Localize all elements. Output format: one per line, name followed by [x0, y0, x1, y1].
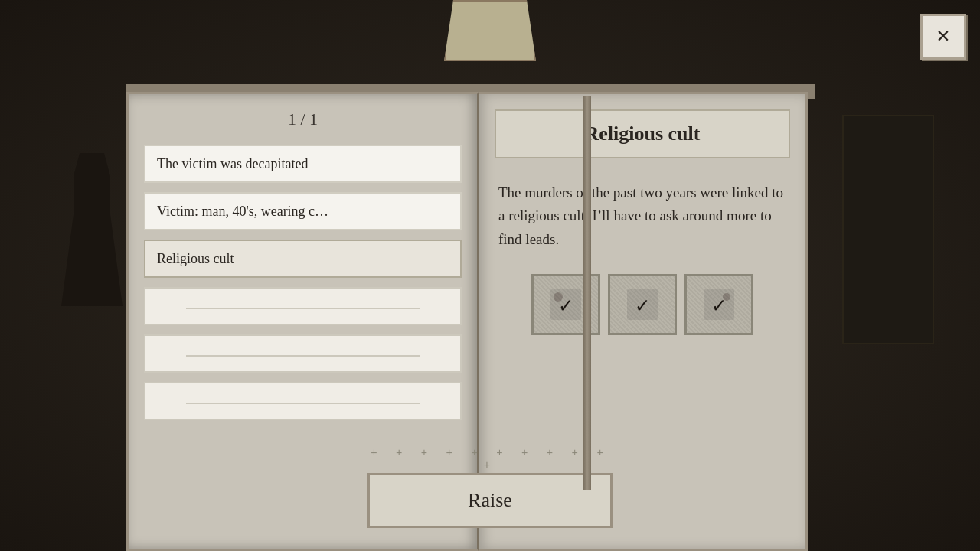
raise-section: + + + + + + + + + + + Raise — [368, 447, 612, 528]
page-number: 1 / 1 — [144, 109, 462, 129]
background-cabinet — [842, 115, 934, 344]
book-spine — [583, 96, 591, 490]
right-description: The murders of the past two years were l… — [495, 174, 790, 259]
clue-item-3[interactable]: Religious cult — [144, 240, 462, 278]
checkmark-icon-1: ✓ — [547, 285, 585, 324]
svg-point-7 — [723, 293, 730, 301]
raise-button[interactable]: Raise — [368, 473, 612, 528]
clue-item-4[interactable] — [144, 287, 462, 325]
right-title-box: Religious cult — [495, 109, 790, 158]
right-page-title: Religious cult — [585, 122, 701, 145]
checkmark-icon-2: ✓ — [623, 285, 662, 324]
evidence-badge-2[interactable]: ✓ — [608, 274, 677, 335]
clue-item-2[interactable]: Victim: man, 40's, wearing c… — [144, 192, 462, 230]
evidence-badge-3[interactable]: ✓ — [684, 274, 753, 335]
close-button[interactable]: ✕ — [920, 14, 966, 60]
clue-item-1[interactable]: The victim was decapitated — [144, 145, 462, 183]
raise-dots: + + + + + + + + + + + — [368, 447, 612, 471]
close-icon: ✕ — [937, 26, 950, 47]
checkmark-icon-3: ✓ — [700, 285, 738, 324]
svg-text:✓: ✓ — [636, 295, 649, 318]
evidence-row: ✓ ✓ ✓ — [495, 274, 790, 335]
clue-item-5[interactable] — [144, 334, 462, 373]
clue-item-6[interactable] — [144, 382, 462, 420]
svg-point-2 — [554, 292, 563, 302]
